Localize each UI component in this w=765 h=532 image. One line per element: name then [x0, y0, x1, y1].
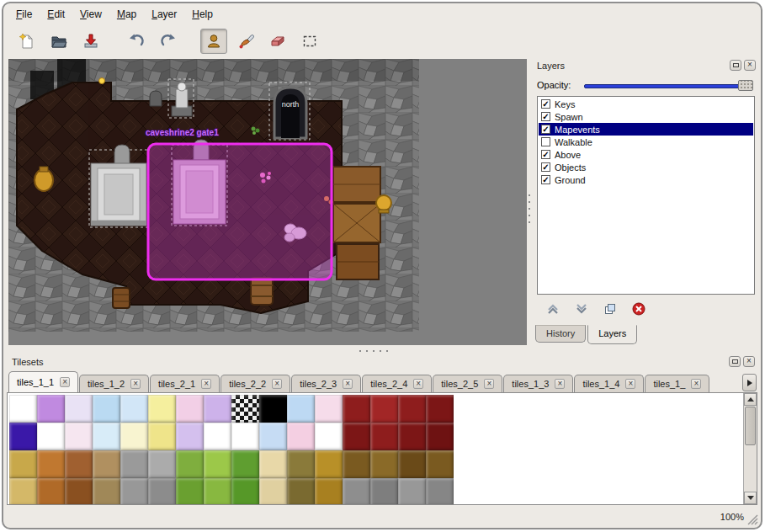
tile[interactable] — [176, 478, 204, 505]
tile[interactable] — [287, 450, 315, 478]
horizontal-splitter[interactable] — [7, 348, 757, 354]
tile[interactable] — [37, 478, 65, 505]
redo-button[interactable] — [155, 29, 182, 54]
tile[interactable] — [120, 450, 148, 478]
open-button[interactable] — [45, 29, 72, 54]
layer-row-above[interactable]: ✓Above — [539, 148, 753, 161]
raise-layer-button[interactable] — [545, 301, 560, 317]
tile[interactable] — [37, 395, 65, 423]
close-tab-icon[interactable]: × — [484, 379, 494, 389]
tile[interactable] — [148, 450, 176, 478]
scroll-down-button[interactable] — [744, 492, 757, 504]
layer-row-keys[interactable]: ✓Keys — [539, 98, 753, 110]
tile[interactable] — [204, 395, 231, 423]
tile[interactable] — [9, 450, 37, 478]
close-tab-icon[interactable]: × — [130, 379, 141, 389]
brush-tool-button[interactable] — [232, 29, 259, 54]
tile[interactable] — [343, 450, 370, 478]
close-tab-icon[interactable]: × — [691, 379, 701, 389]
tile[interactable] — [148, 478, 176, 505]
scrollbar-thumb[interactable] — [745, 407, 756, 445]
tile[interactable] — [259, 423, 287, 450]
layer-checkbox[interactable] — [541, 137, 550, 146]
layer-row-spawn[interactable]: ✓Spawn — [539, 110, 753, 123]
scroll-up-button[interactable] — [744, 393, 757, 406]
tile[interactable] — [65, 478, 93, 505]
tile[interactable] — [398, 423, 426, 450]
tileset-tab-tiles_2_2[interactable]: tiles_2_2× — [220, 375, 290, 392]
tile[interactable] — [287, 423, 315, 450]
tab-history[interactable]: History — [535, 325, 586, 343]
layer-row-objects[interactable]: ✓Objects — [539, 161, 753, 173]
layer-checkbox[interactable]: ✓ — [541, 125, 550, 134]
tileset-tab-tiles_1_4[interactable]: tiles_1_4× — [574, 375, 644, 392]
tileset-tab-tiles_1_3[interactable]: tiles_1_3× — [503, 375, 573, 392]
tile[interactable] — [65, 450, 93, 478]
tile[interactable] — [370, 423, 398, 450]
tile[interactable] — [93, 423, 120, 450]
tile[interactable] — [204, 423, 231, 450]
stamp-tool-button[interactable] — [200, 29, 227, 54]
tileset-tab-tiles_1_[interactable]: tiles_1_× — [645, 375, 709, 392]
tile[interactable] — [37, 423, 65, 450]
tile[interactable] — [65, 423, 93, 450]
tileset-tab-tiles_1_2[interactable]: tiles_1_2× — [79, 375, 149, 392]
menu-file[interactable]: File — [8, 5, 40, 24]
tile[interactable] — [231, 395, 259, 423]
tile[interactable] — [398, 450, 426, 478]
layer-row-walkable[interactable]: Walkable — [539, 136, 753, 148]
tile[interactable] — [93, 478, 120, 505]
tile[interactable] — [426, 450, 454, 478]
tile[interactable] — [426, 423, 454, 450]
layer-row-ground[interactable]: ✓Ground — [539, 173, 753, 186]
tile[interactable] — [65, 395, 93, 423]
undo-button[interactable] — [123, 29, 150, 54]
tileset-tab-tiles_2_1[interactable]: tiles_2_1× — [150, 375, 220, 392]
menu-layer[interactable]: Layer — [144, 5, 184, 24]
duplicate-layer-button[interactable] — [603, 301, 618, 317]
layer-checkbox[interactable]: ✓ — [541, 112, 550, 121]
tile[interactable] — [370, 450, 398, 478]
tile[interactable] — [176, 423, 204, 450]
map-canvas[interactable]: north caveshrine2 gate1 — [8, 59, 527, 345]
tile[interactable] — [120, 423, 148, 450]
layer-checkbox[interactable]: ✓ — [541, 99, 550, 109]
tile[interactable] — [148, 423, 176, 450]
close-tab-icon[interactable]: × — [60, 377, 70, 387]
tile[interactable] — [120, 395, 148, 423]
close-panel-icon[interactable]: × — [743, 356, 755, 367]
tile[interactable] — [9, 423, 37, 450]
close-tab-icon[interactable]: × — [272, 379, 282, 389]
opacity-slider-handle[interactable] — [738, 80, 753, 91]
tileset-tab-tiles_2_5[interactable]: tiles_2_5× — [433, 375, 502, 392]
tile[interactable] — [231, 423, 259, 450]
tile[interactable] — [398, 478, 426, 505]
layer-checkbox[interactable]: ✓ — [541, 150, 550, 159]
tile[interactable] — [315, 395, 343, 423]
tile[interactable] — [315, 450, 343, 478]
layer-row-mapevents[interactable]: ✓Mapevents — [539, 123, 753, 136]
tile[interactable] — [204, 478, 231, 505]
tile[interactable] — [9, 395, 37, 423]
opacity-slider-groove[interactable] — [584, 84, 753, 88]
tile[interactable] — [231, 450, 259, 478]
eraser-tool-button[interactable] — [264, 29, 291, 54]
tile[interactable] — [120, 478, 148, 505]
tile[interactable] — [204, 450, 231, 478]
tile[interactable] — [9, 478, 37, 505]
menu-view[interactable]: View — [72, 5, 109, 24]
tile[interactable] — [343, 478, 370, 505]
rect-select-tool-button[interactable] — [296, 29, 323, 54]
menu-help[interactable]: Help — [184, 5, 220, 24]
close-tab-icon[interactable]: × — [625, 379, 635, 389]
tileset-tab-tiles_2_3[interactable]: tiles_2_3× — [291, 375, 361, 392]
opacity-slider[interactable] — [584, 80, 753, 92]
tile[interactable] — [343, 423, 370, 450]
delete-layer-button[interactable] — [631, 301, 646, 317]
tile[interactable] — [37, 450, 65, 478]
close-tab-icon[interactable]: × — [413, 379, 423, 389]
layer-checkbox[interactable]: ✓ — [541, 175, 550, 184]
tile[interactable] — [426, 395, 454, 423]
tab-layers[interactable]: Layers — [587, 325, 637, 344]
tile[interactable] — [259, 395, 287, 423]
